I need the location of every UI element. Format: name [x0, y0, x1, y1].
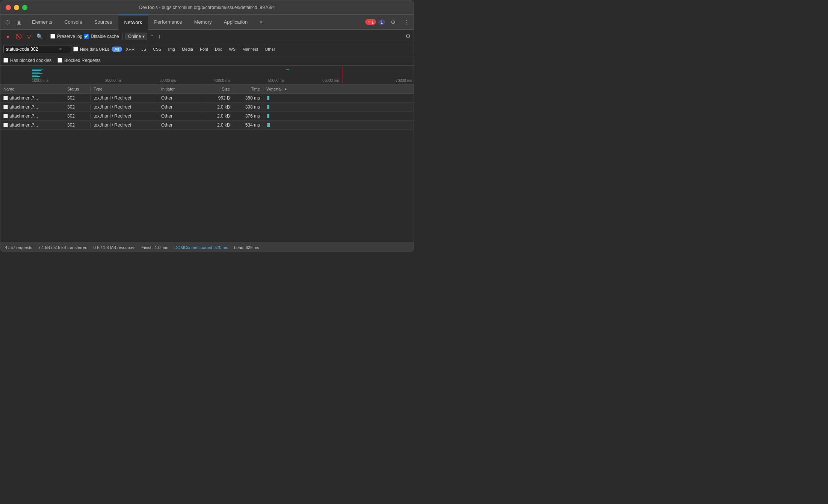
- tab-application[interactable]: Application: [218, 15, 254, 30]
- td-time: 398 ms: [233, 104, 263, 110]
- throttle-select[interactable]: Online ▾: [125, 33, 148, 40]
- svg-rect-4: [32, 75, 38, 75]
- tabs-right: ✕ 1 1 ⚙ ⋮: [365, 17, 412, 28]
- disable-cache-checkbox-label[interactable]: Disable cache: [84, 34, 119, 39]
- filter-input[interactable]: [6, 47, 59, 52]
- filter-row: ✕ Hide data URLs All XHR JS CSS Img Medi…: [0, 43, 414, 55]
- filter-type-font[interactable]: Font: [197, 47, 211, 52]
- load-time: Load: 629 ms: [234, 245, 259, 250]
- upload-icon[interactable]: ↑: [149, 33, 155, 40]
- timeline-header: 10000 ms 20000 ms 30000 ms 40000 ms 5000…: [0, 66, 414, 85]
- blocked-requests-checkbox[interactable]: [57, 58, 62, 63]
- filter-clear-icon[interactable]: ✕: [59, 47, 62, 52]
- td-status: 302: [64, 95, 91, 101]
- filter-icon[interactable]: ▽: [24, 32, 33, 41]
- filter-type-all[interactable]: All: [112, 47, 122, 52]
- blocked-requests-label[interactable]: Blocked Requests: [57, 58, 101, 63]
- td-initiator: Other: [158, 122, 203, 128]
- td-name: attachment?...: [0, 113, 64, 119]
- filter-type-ws[interactable]: WS: [226, 47, 239, 52]
- cursor-icon[interactable]: ⬡: [2, 17, 13, 28]
- file-icon: [3, 114, 8, 118]
- file-icon: [3, 105, 8, 109]
- status-bar: 4 / 57 requests 7.1 kB / 515 kB transfer…: [0, 242, 414, 252]
- table-row[interactable]: attachment?... 302 text/html / Redirect …: [0, 121, 414, 130]
- tab-elements[interactable]: Elements: [26, 15, 58, 30]
- filter-type-doc[interactable]: Doc: [212, 47, 225, 52]
- transferred-size: 7.1 kB / 515 kB transferred: [38, 245, 88, 250]
- td-waterfall: [263, 114, 414, 118]
- window-title: DevTools - bugs.chromium.org/p/chromium/…: [139, 5, 275, 10]
- table-header: Name Status Type Initiator Size Time Wat…: [0, 85, 414, 94]
- td-status: 302: [64, 104, 91, 110]
- chevron-down-icon: ▾: [142, 34, 145, 39]
- has-blocked-cookies-checkbox[interactable]: [3, 58, 8, 63]
- maximize-button[interactable]: [22, 5, 27, 10]
- filter-type-img[interactable]: Img: [165, 47, 178, 52]
- filter-type-css[interactable]: CSS: [150, 47, 165, 52]
- svg-rect-7: [286, 69, 289, 70]
- table-row[interactable]: attachment?... 302 text/html / Redirect …: [0, 94, 414, 103]
- sort-desc-icon: ▲: [284, 87, 287, 91]
- disable-cache-checkbox[interactable]: [84, 34, 89, 39]
- traffic-lights: [6, 5, 27, 10]
- td-waterfall: [263, 105, 414, 109]
- filter-type-media[interactable]: Media: [179, 47, 196, 52]
- minimize-button[interactable]: [14, 5, 19, 10]
- td-size: 2.0 kB: [203, 122, 233, 128]
- th-status[interactable]: Status: [64, 87, 91, 91]
- svg-rect-2: [32, 72, 39, 72]
- tab-network[interactable]: Network: [118, 15, 148, 30]
- preserve-log-checkbox-label[interactable]: Preserve log: [50, 34, 82, 39]
- th-time[interactable]: Time: [233, 87, 263, 91]
- svg-rect-3: [32, 73, 42, 74]
- more-options-icon[interactable]: ⋮: [401, 17, 412, 28]
- resources-size: 0 B / 1.8 MB resources: [94, 245, 136, 250]
- filter-type-js[interactable]: JS: [138, 47, 149, 52]
- tab-console[interactable]: Console: [58, 15, 88, 30]
- filter-type-xhr[interactable]: XHR: [123, 47, 137, 52]
- error-badge: ✕ 1: [365, 19, 376, 25]
- has-blocked-cookies-label[interactable]: Has blocked cookies: [3, 58, 51, 63]
- preserve-log-checkbox[interactable]: [50, 34, 55, 39]
- td-size: 962 B: [203, 95, 233, 101]
- table-row[interactable]: attachment?... 302 text/html / Redirect …: [0, 103, 414, 112]
- search-icon[interactable]: 🔍: [35, 32, 44, 41]
- tab-memory[interactable]: Memory: [188, 15, 218, 30]
- download-icon[interactable]: ↓: [156, 33, 162, 40]
- settings-icon[interactable]: ⚙: [387, 17, 399, 28]
- tab-performance[interactable]: Performance: [148, 15, 188, 30]
- filter-type-other[interactable]: Other: [262, 47, 278, 52]
- hide-data-urls-checkbox[interactable]: [73, 47, 78, 51]
- th-waterfall[interactable]: Waterfall ▲: [263, 87, 414, 91]
- tab-more[interactable]: »: [254, 15, 268, 30]
- close-button[interactable]: [6, 5, 11, 10]
- td-time: 376 ms: [233, 113, 263, 119]
- divider-1: [47, 33, 47, 40]
- table-row[interactable]: attachment?... 302 text/html / Redirect …: [0, 112, 414, 121]
- td-type: text/html / Redirect: [91, 95, 158, 101]
- td-size: 2.0 kB: [203, 104, 233, 110]
- checkbox-row: Has blocked cookies Blocked Requests: [0, 55, 414, 66]
- td-waterfall: [263, 123, 414, 127]
- filter-type-buttons: All XHR JS CSS Img Media Font Doc WS Man…: [112, 47, 278, 52]
- hide-data-urls-label[interactable]: Hide data URLs: [73, 47, 109, 51]
- th-type[interactable]: Type: [91, 87, 158, 91]
- tab-sources[interactable]: Sources: [88, 15, 118, 30]
- td-status: 302: [64, 113, 91, 119]
- th-name[interactable]: Name: [0, 87, 64, 91]
- clear-button[interactable]: 🚫: [14, 32, 23, 41]
- tabs-row: ⬡ ▣ Elements Console Sources Network Per…: [0, 15, 414, 30]
- th-initiator[interactable]: Initiator: [158, 87, 203, 91]
- td-time: 350 ms: [233, 95, 263, 101]
- svg-rect-0: [32, 69, 43, 69]
- record-button[interactable]: ●: [3, 32, 12, 41]
- td-type: text/html / Redirect: [91, 122, 158, 128]
- network-settings-icon[interactable]: ⚙: [405, 33, 411, 40]
- filter-input-wrap: ✕: [3, 45, 71, 53]
- dock-icon[interactable]: ▣: [13, 17, 24, 28]
- tab-tools: ⬡ ▣: [2, 17, 24, 28]
- finish-time: Finish: 1.0 min: [142, 245, 169, 250]
- th-size[interactable]: Size: [203, 87, 233, 91]
- filter-type-manifest[interactable]: Manifest: [239, 47, 261, 52]
